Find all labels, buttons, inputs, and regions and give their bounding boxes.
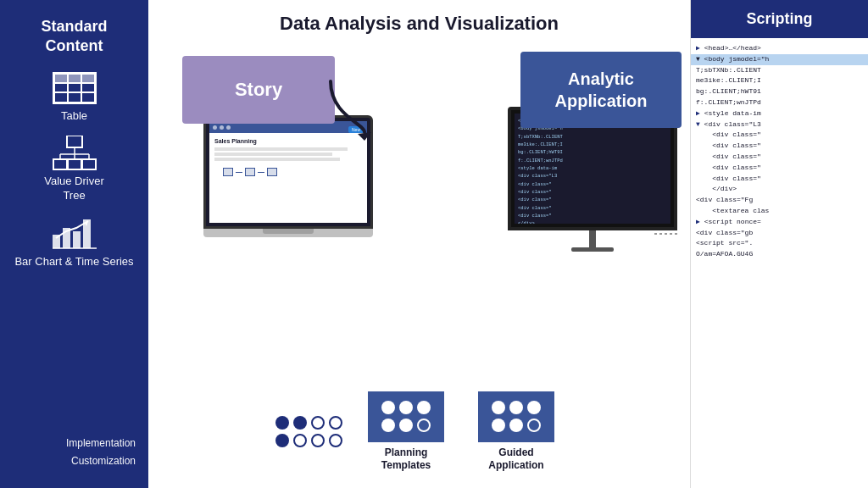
guided-application-section: GuidedApplication — [478, 391, 554, 473]
planning-templates-label: PlanningTemplates — [381, 446, 431, 473]
customization-label: Customization — [13, 452, 136, 471]
sidebar-title: Standard Content — [13, 17, 136, 57]
vdt-icon — [52, 136, 97, 173]
page-title: Data Analysis and Visualization — [157, 13, 682, 35]
scripting-panel: Scripting ▶ <head>…</head> ▼ <body jsmod… — [690, 0, 868, 488]
svg-rect-8 — [82, 159, 96, 169]
sidebar-item-table: Table — [13, 72, 136, 124]
main-container: Standard Content Table — [0, 0, 868, 488]
barchart-label: Bar Chart & Time Series — [14, 255, 133, 269]
sidebar-item-barchart: Bar Chart & Time Series — [13, 214, 136, 269]
vdt-label: Value DriverTree — [44, 175, 104, 203]
scripting-title: Scripting — [691, 0, 868, 38]
table-icon — [53, 72, 97, 104]
scripting-code-block: ▶ <head>…</head> ▼ <body jsmodel="h T;sb… — [691, 38, 868, 488]
implementation-label: Implementation — [13, 435, 136, 453]
analytic-application-card: Analytic Application — [520, 52, 682, 128]
sidebar-bottom: Implementation Customization — [13, 435, 136, 471]
story-arrow-icon — [322, 73, 390, 144]
table-label: Table — [61, 109, 87, 124]
guided-application-label: GuidedApplication — [488, 446, 543, 473]
monitor-device: <head>…</head> <body jsmodel="h T;sbTXNb… — [508, 107, 677, 252]
svg-marker-15 — [358, 132, 371, 141]
sidebar-item-vdt: Value DriverTree — [13, 136, 136, 203]
bottom-area: PlanningTemplates — [157, 385, 682, 480]
svg-rect-0 — [67, 136, 82, 147]
impl-dots — [275, 416, 342, 447]
svg-rect-6 — [53, 159, 67, 169]
svg-rect-7 — [68, 159, 81, 169]
barchart-icon — [51, 214, 98, 250]
left-sidebar: Standard Content Table — [0, 0, 148, 488]
center-content: Data Analysis and Visualization Story An… — [148, 0, 690, 488]
svg-rect-11 — [73, 231, 81, 248]
planning-templates-section: PlanningTemplates — [368, 391, 444, 473]
story-card: Story — [182, 56, 335, 124]
